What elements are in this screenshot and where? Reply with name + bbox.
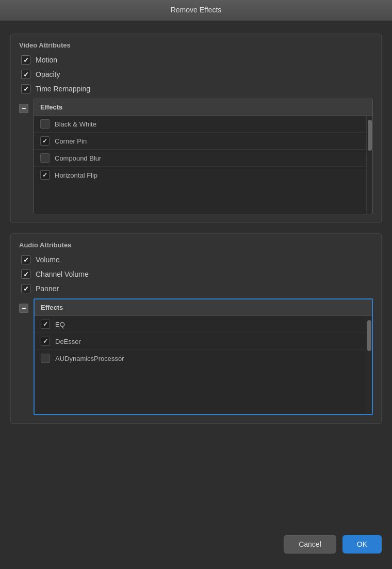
time-remapping-label: Time Remapping bbox=[36, 85, 90, 93]
audio-effects-toggle[interactable] bbox=[19, 304, 28, 313]
effect-row-compound-blur: Compound Blur bbox=[34, 150, 366, 167]
volume-label: Volume bbox=[36, 256, 60, 264]
effect-checkbox-deesser[interactable] bbox=[41, 337, 50, 346]
opacity-label: Opacity bbox=[36, 70, 60, 78]
video-section-title: Video Attributes bbox=[19, 41, 373, 49]
effect-row-black-white: Black & White bbox=[34, 116, 366, 133]
effect-checkbox-black-white[interactable] bbox=[40, 119, 50, 129]
time-remapping-checkbox[interactable] bbox=[21, 84, 30, 93]
time-remapping-row: Time Remapping bbox=[19, 84, 373, 93]
effect-checkbox-eq[interactable] bbox=[41, 320, 50, 329]
volume-row: Volume bbox=[19, 255, 373, 264]
video-effects-header: Effects bbox=[34, 99, 372, 116]
motion-checkbox[interactable] bbox=[21, 55, 30, 65]
effect-checkbox-corner-pin[interactable] bbox=[40, 136, 50, 146]
motion-label: Motion bbox=[36, 56, 57, 64]
volume-checkbox[interactable] bbox=[21, 255, 30, 264]
effect-row-audynamics: AUDynamicsProcessor bbox=[35, 350, 366, 367]
remove-effects-dialog: Remove Effects Video Attributes Motion O… bbox=[0, 0, 392, 569]
audio-section-title: Audio Attributes bbox=[19, 241, 373, 249]
channel-volume-row: Channel Volume bbox=[19, 270, 373, 279]
video-effects-scrollbar-thumb bbox=[368, 120, 372, 151]
channel-volume-checkbox[interactable] bbox=[21, 270, 30, 279]
opacity-row: Opacity bbox=[19, 70, 373, 79]
effect-label-black-white: Black & White bbox=[55, 120, 96, 128]
dialog-content: Video Attributes Motion Opacity Time Rem… bbox=[0, 21, 392, 525]
audio-effects-table: Effects EQ DeEsser bbox=[34, 298, 373, 415]
motion-row: Motion bbox=[19, 55, 373, 65]
video-effects-toggle[interactable] bbox=[19, 104, 28, 113]
audio-effects-scrollbar[interactable] bbox=[366, 316, 372, 414]
effect-checkbox-horizontal-flip[interactable] bbox=[40, 170, 50, 180]
video-effects-container: Effects Black & White Corner Pin bbox=[19, 99, 373, 214]
effect-checkbox-audynamics[interactable] bbox=[41, 354, 50, 363]
ok-button[interactable]: OK bbox=[342, 535, 382, 554]
video-attributes-section: Video Attributes Motion Opacity Time Rem… bbox=[10, 34, 382, 223]
video-effects-list: Black & White Corner Pin Compound Blur bbox=[34, 116, 366, 214]
effect-label-compound-blur: Compound Blur bbox=[55, 154, 101, 162]
channel-volume-label: Channel Volume bbox=[36, 270, 89, 278]
audio-effects-container: Effects EQ DeEsser bbox=[19, 298, 373, 415]
effect-row-deesser: DeEsser bbox=[35, 333, 366, 350]
effect-label-deesser: DeEsser bbox=[55, 338, 81, 345]
video-effects-table: Effects Black & White Corner Pin bbox=[34, 99, 373, 214]
audio-attributes-section: Audio Attributes Volume Channel Volume P… bbox=[10, 233, 382, 424]
audio-effects-scrollbar-thumb bbox=[367, 320, 371, 351]
audio-effects-list: EQ DeEsser AUDynamicsProcessor bbox=[35, 316, 366, 414]
effect-row-horizontal-flip: Horizontal Flip bbox=[34, 167, 366, 183]
video-effects-scrollbar[interactable] bbox=[366, 116, 372, 214]
panner-row: Panner bbox=[19, 284, 373, 293]
effect-label-horizontal-flip: Horizontal Flip bbox=[55, 171, 97, 179]
panner-checkbox[interactable] bbox=[21, 284, 30, 293]
effect-row-eq: EQ bbox=[35, 316, 366, 333]
effect-label-corner-pin: Corner Pin bbox=[55, 137, 87, 145]
title-bar: Remove Effects bbox=[0, 0, 392, 21]
opacity-checkbox[interactable] bbox=[21, 70, 30, 79]
audio-effects-header: Effects bbox=[35, 299, 372, 316]
effect-label-audynamics: AUDynamicsProcessor bbox=[55, 355, 124, 362]
video-effects-body: Black & White Corner Pin Compound Blur bbox=[34, 116, 372, 214]
cancel-button[interactable]: Cancel bbox=[284, 535, 336, 554]
dialog-title: Remove Effects bbox=[171, 6, 222, 14]
audio-effects-body: EQ DeEsser AUDynamicsProcessor bbox=[35, 316, 372, 414]
dialog-footer: Cancel OK bbox=[0, 525, 392, 569]
effect-checkbox-compound-blur[interactable] bbox=[40, 153, 50, 163]
effect-row-corner-pin: Corner Pin bbox=[34, 133, 366, 150]
effect-label-eq: EQ bbox=[55, 321, 65, 328]
panner-label: Panner bbox=[36, 284, 59, 293]
